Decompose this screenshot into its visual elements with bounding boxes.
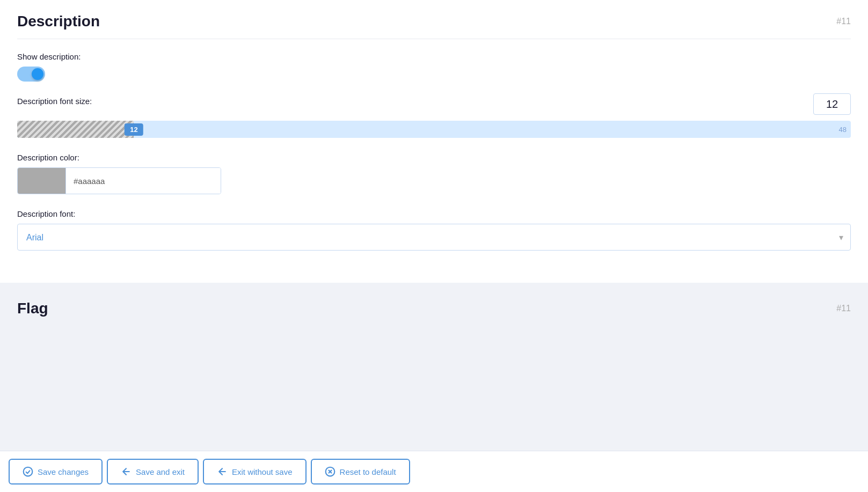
font-select[interactable]: Arial Helvetica Times New Roman Georgia: [17, 224, 851, 251]
save-exit-button[interactable]: Save and exit: [107, 459, 199, 484]
description-font-group: Description font: Arial Helvetica Times …: [17, 209, 851, 251]
toggle-track: [17, 67, 45, 82]
section-header: Description #11: [17, 13, 851, 39]
exit-no-save-icon: [217, 466, 228, 477]
show-description-label: Show description:: [17, 52, 851, 61]
description-font-label: Description font:: [17, 209, 851, 218]
font-select-wrapper: Arial Helvetica Times New Roman Georgia: [17, 224, 851, 251]
font-size-label: Description font size:: [17, 97, 92, 106]
save-changes-label: Save changes: [38, 467, 89, 476]
save-changes-button[interactable]: Save changes: [9, 459, 103, 484]
flag-header: Flag #11: [17, 300, 851, 324]
reset-icon: [325, 466, 335, 477]
footer-bar: Save changes Save and exit Exit without …: [0, 451, 868, 492]
description-color-group: Description color:: [17, 153, 851, 194]
toggle-container: [17, 67, 851, 82]
flag-section: Flag #11: [0, 287, 868, 324]
description-color-label: Description color:: [17, 153, 851, 162]
section-id: #11: [836, 17, 851, 26]
slider-fill: [17, 121, 134, 138]
slider-thumb-label: 12: [125, 123, 143, 136]
section-title: Description: [17, 13, 100, 30]
color-text-input[interactable]: [66, 168, 221, 194]
exit-no-save-button[interactable]: Exit without save: [203, 459, 307, 484]
svg-point-0: [24, 467, 33, 476]
toggle-thumb: [32, 68, 43, 80]
color-input-row: [17, 167, 221, 194]
save-exit-icon: [121, 466, 132, 477]
main-content: Description #11 Show description: Descri…: [0, 0, 868, 451]
description-section: Description #11 Show description: Descri…: [0, 0, 868, 283]
save-changes-icon: [23, 466, 33, 477]
exit-no-save-label: Exit without save: [232, 467, 293, 476]
color-swatch[interactable]: [18, 168, 66, 194]
slider-max-label: 48: [839, 126, 847, 134]
font-size-row: Description font size:: [17, 97, 851, 111]
show-description-toggle[interactable]: [17, 67, 45, 82]
slider-track[interactable]: 12 48: [17, 121, 851, 138]
show-description-group: Show description:: [17, 52, 851, 82]
font-size-input[interactable]: [813, 93, 851, 115]
flag-section-id: #11: [836, 304, 851, 313]
font-size-group: Description font size: 12 48: [17, 97, 851, 138]
flag-title: Flag: [17, 300, 48, 317]
save-exit-label: Save and exit: [136, 467, 185, 476]
reset-default-button[interactable]: Reset to default: [311, 459, 410, 484]
reset-default-label: Reset to default: [340, 467, 396, 476]
